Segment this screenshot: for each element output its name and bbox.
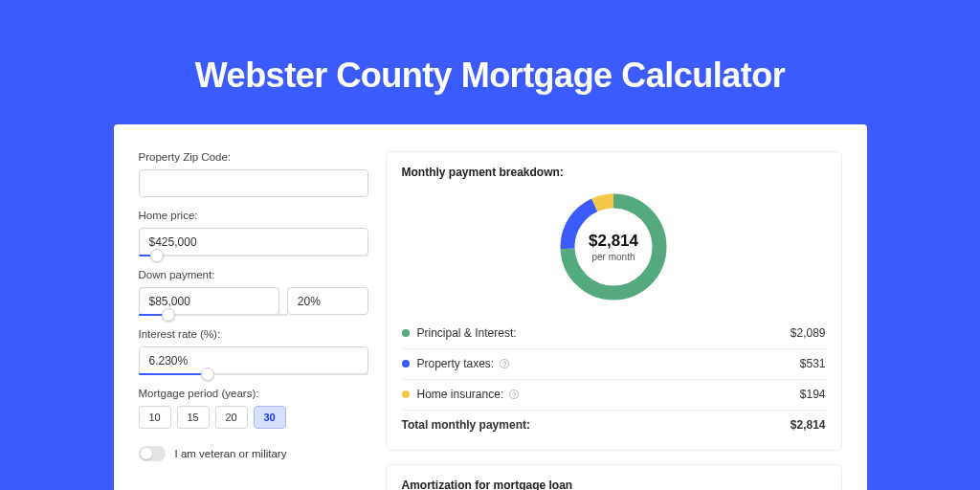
rate-input[interactable] — [139, 346, 368, 374]
donut-chart: $2,814 per month — [555, 189, 672, 305]
calculator-card: Property Zip Code: Home price: Down paym… — [114, 124, 867, 490]
rate-slider-thumb[interactable] — [201, 368, 214, 381]
rate-group: Interest rate (%): — [139, 328, 368, 375]
breakdown-title: Monthly payment breakdown: — [402, 166, 826, 179]
legend-label: Home insurance:? — [417, 388, 800, 401]
legend: Principal & Interest:$2,089Property taxe… — [402, 319, 826, 440]
down-label: Down payment: — [139, 269, 368, 280]
legend-label: Principal & Interest: — [417, 326, 791, 340]
legend-total-value: $2,814 — [791, 418, 826, 432]
form-panel: Property Zip Code: Home price: Down paym… — [139, 151, 368, 490]
price-label: Home price: — [139, 210, 368, 221]
donut-wrap: $2,814 per month — [402, 189, 826, 305]
price-slider[interactable] — [139, 255, 368, 256]
legend-value: $2,089 — [791, 326, 826, 340]
results-panel: Monthly payment breakdown: $2,814 per mo… — [386, 151, 842, 490]
legend-label-text: Principal & Interest: — [417, 326, 517, 340]
period-btn-30[interactable]: 30 — [254, 406, 286, 429]
price-group: Home price: — [139, 210, 368, 256]
breakdown-block: Monthly payment breakdown: $2,814 per mo… — [386, 151, 842, 451]
legend-dot-icon — [402, 360, 410, 368]
price-slider-thumb[interactable] — [150, 249, 164, 262]
legend-row: Property taxes:?$531 — [402, 348, 826, 379]
period-btn-10[interactable]: 10 — [139, 406, 171, 429]
period-group: Mortgage period (years): 10152030 — [139, 388, 368, 429]
info-icon[interactable]: ? — [500, 359, 509, 368]
veteran-row: I am veteran or military — [139, 446, 368, 461]
legend-row: Principal & Interest:$2,089 — [402, 319, 826, 348]
veteran-toggle[interactable] — [139, 446, 166, 461]
period-buttons: 10152030 — [139, 406, 368, 429]
zip-group: Property Zip Code: — [139, 151, 368, 197]
period-btn-20[interactable]: 20 — [215, 406, 248, 429]
down-slider-thumb[interactable] — [162, 308, 175, 322]
legend-label-text: Home insurance: — [417, 388, 504, 401]
legend-row: Home insurance:?$194 — [402, 379, 826, 410]
rate-slider-fill — [139, 373, 208, 375]
amort-block: Amortization for mortgage loan Amortizat… — [386, 464, 842, 490]
zip-input[interactable] — [139, 169, 368, 197]
legend-total-label: Total monthly payment: — [402, 418, 791, 432]
period-label: Mortgage period (years): — [139, 388, 368, 399]
info-icon[interactable]: ? — [509, 390, 519, 399]
donut-sub: per month — [591, 252, 635, 262]
legend-value: $531 — [800, 357, 826, 370]
down-pct-input[interactable] — [287, 287, 368, 315]
down-group: Down payment: — [139, 269, 368, 316]
page-title: Webster County Mortgage Calculator — [0, 56, 980, 96]
price-input[interactable] — [139, 228, 368, 256]
legend-label: Property taxes:? — [417, 357, 800, 370]
zip-label: Property Zip Code: — [139, 151, 368, 163]
legend-dot-icon — [402, 329, 410, 337]
donut-center: $2,814 per month — [555, 189, 672, 305]
period-btn-15[interactable]: 15 — [177, 406, 210, 429]
donut-amount: $2,814 — [589, 232, 638, 251]
amort-title: Amortization for mortgage loan — [402, 479, 826, 490]
down-amount-input[interactable] — [139, 287, 279, 315]
down-slider[interactable] — [139, 314, 288, 316]
rate-slider[interactable] — [139, 373, 368, 375]
legend-total-row: Total monthly payment:$2,814 — [402, 410, 826, 440]
rate-label: Interest rate (%): — [139, 328, 368, 340]
legend-dot-icon — [402, 390, 410, 398]
legend-label-text: Property taxes: — [417, 357, 495, 370]
veteran-label: I am veteran or military — [175, 448, 287, 459]
legend-value: $194 — [800, 388, 826, 401]
